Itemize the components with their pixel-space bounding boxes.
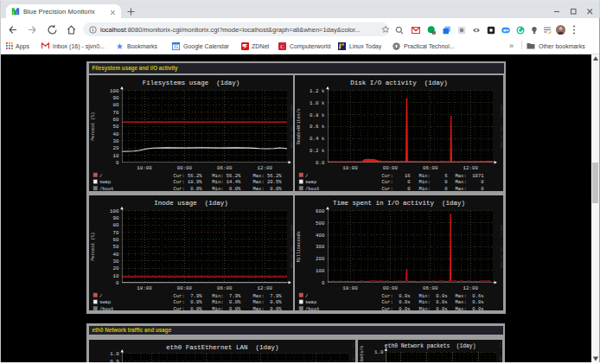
svg-text:Cur: 0.0s: Cur: 0.0s — [382, 293, 411, 299]
svg-text:Packets/s: Packets/s — [360, 346, 364, 362]
svg-text:eth0 FastEthernet LAN (1day): eth0 FastEthernet LAN (1day) — [166, 344, 278, 351]
svg-text:Cur: 7.9%: Cur: 7.9% — [174, 293, 203, 299]
svg-text:Min: 0.0s: Min: 0.0s — [419, 293, 448, 299]
svg-text:60: 60 — [113, 237, 119, 243]
svg-text:Min: 0.0%: Min: 0.0% — [212, 306, 241, 310]
svg-text:100: 100 — [110, 88, 119, 94]
svg-text:1.0: 1.0 — [374, 349, 384, 355]
svg-text:Max: 7.9%: Max: 7.9% — [253, 293, 283, 299]
svg-text:Min: 0: Min: 0 — [419, 179, 448, 185]
svg-text:20: 20 — [113, 265, 119, 271]
svg-text:Cur: 18.9%: Cur: 18.9% — [174, 179, 203, 185]
svg-text:Max: 1071: Max: 1071 — [456, 172, 485, 178]
svg-text:Percent (%): Percent (%) — [91, 112, 96, 140]
svg-text:18:00: 18:00 — [137, 165, 152, 171]
svg-text:Cur: 0.0%: Cur: 0.0% — [174, 306, 203, 310]
svg-text:Inode usage (1day): Inode usage (1day) — [154, 200, 228, 207]
svg-text:/: / — [99, 172, 102, 178]
svg-text:swap: swap — [305, 179, 316, 185]
svg-text:swap: swap — [99, 300, 111, 306]
svg-text:Min: 0.0%: Min: 0.0% — [212, 186, 241, 191]
svg-text:Min: 0.0s: Min: 0.0s — [419, 300, 448, 306]
svg-text:06:00: 06:00 — [423, 285, 438, 291]
svg-text:Min: 7.9%: Min: 7.9% — [212, 293, 241, 299]
svg-text:0.6 k: 0.6 k — [310, 124, 325, 130]
svg-text:0: 0 — [322, 280, 325, 286]
svg-text:60: 60 — [113, 117, 119, 123]
svg-text:Max: 0: Max: 0 — [456, 179, 484, 185]
svg-text:RRDTOOL / TOBI OETIKER: RRDTOOL / TOBI OETIKER — [352, 340, 355, 362]
svg-text:31: 31 — [174, 45, 179, 49]
svg-text:0.2 k: 0.2 k — [310, 148, 325, 154]
svg-text:Cur: 0.0%: Cur: 0.0% — [174, 186, 203, 191]
svg-text:Min: 0.0s: Min: 0.0s — [419, 306, 448, 310]
svg-text:/boot: /boot — [305, 306, 320, 310]
svg-text:Max: 0.6s: Max: 0.6s — [456, 293, 484, 299]
svg-text:Filesystems usage (1day): Filesystems usage (1day) — [143, 80, 240, 86]
svg-text:Min: 6: Min: 6 — [419, 172, 448, 178]
svg-text:200: 200 — [316, 256, 325, 262]
svg-text:00:00: 00:00 — [177, 165, 193, 171]
svg-text:0.0: 0.0 — [316, 160, 325, 166]
svg-text:80: 80 — [113, 102, 119, 108]
svg-text:06:00: 06:00 — [217, 165, 233, 171]
svg-text:eth0 Network packets (1day): eth0 Network packets (1day) — [384, 343, 476, 349]
svg-text:50: 50 — [113, 124, 119, 130]
svg-text:RRDTOOL / TOBI OETIKER: RRDTOOL / TOBI OETIKER — [500, 105, 503, 149]
svg-text:400: 400 — [316, 233, 325, 239]
svg-text:00:00: 00:00 — [383, 285, 399, 291]
svg-text:30: 30 — [113, 138, 119, 144]
svg-text:30: 30 — [113, 259, 119, 265]
svg-text:Cur: 16: Cur: 16 — [382, 172, 411, 178]
svg-text:Min: 0: Min: 0 — [419, 186, 448, 191]
svg-text:90: 90 — [113, 95, 119, 101]
svg-text:0: 0 — [116, 160, 119, 166]
svg-text:1.0 k: 1.0 k — [310, 99, 325, 105]
svg-text:Cur: 0.0s: Cur: 0.0s — [382, 306, 411, 310]
svg-text:Max: 0.0%: Max: 0.0% — [253, 306, 283, 310]
svg-text:Cur: 0: Cur: 0 — [382, 186, 411, 191]
svg-text:Max: 56.2%: Max: 56.2% — [253, 172, 283, 178]
svg-text:00:00: 00:00 — [177, 285, 193, 291]
svg-text:RRDTOOL / TOBI OETIKER: RRDTOOL / TOBI OETIKER — [498, 340, 501, 362]
svg-text:Cur: 0.0s: Cur: 0.0s — [382, 300, 411, 306]
svg-text:00:00: 00:00 — [383, 165, 399, 171]
svg-text:Milliseconds: Milliseconds — [297, 231, 302, 262]
svg-text:Max: 0.0s: Max: 0.0s — [456, 306, 484, 310]
svg-text:2: 2 — [433, 31, 435, 35]
svg-text:Reads+Writes/s: Reads+Writes/s — [297, 108, 302, 144]
svg-text:Max: 0: Max: 0 — [456, 186, 484, 191]
svg-text:06:00: 06:00 — [423, 165, 438, 171]
svg-text:0.4 k: 0.4 k — [310, 136, 325, 142]
svg-text:/boot: /boot — [305, 186, 320, 191]
svg-text:12:00: 12:00 — [257, 165, 272, 171]
svg-text:RRDTOOL / TOBI OETIKER: RRDTOOL / TOBI OETIKER — [290, 225, 293, 269]
svg-text:300: 300 — [316, 245, 325, 251]
svg-text:06:00: 06:00 — [217, 285, 233, 291]
svg-text:20: 20 — [113, 145, 119, 151]
svg-text:Min: 14.4%: Min: 14.4% — [212, 179, 241, 185]
svg-text:18:00: 18:00 — [137, 285, 152, 291]
svg-text:600: 600 — [316, 208, 325, 214]
svg-text:/boot: /boot — [99, 306, 114, 310]
svg-text:/: / — [305, 293, 308, 299]
svg-text:Cur: 56.2%: Cur: 56.2% — [174, 172, 203, 178]
svg-text:18:00: 18:00 — [342, 165, 358, 171]
svg-text:Disk I/O activity (1day): Disk I/O activity (1day) — [350, 80, 448, 86]
svg-text:Cur: 0: Cur: 0 — [382, 179, 411, 185]
svg-text:50: 50 — [113, 245, 119, 251]
svg-text:500: 500 — [316, 220, 325, 227]
svg-text:Min: 56.2%: Min: 56.2% — [212, 172, 241, 178]
svg-text:Max: 0.0%: Max: 0.0% — [253, 300, 283, 306]
svg-text:0.8 k: 0.8 k — [310, 112, 325, 118]
svg-text:12:00: 12:00 — [257, 285, 272, 291]
svg-text:/: / — [305, 172, 308, 178]
svg-text:18:00: 18:00 — [342, 285, 358, 291]
svg-text:90: 90 — [113, 215, 119, 221]
svg-text:70: 70 — [113, 109, 119, 115]
svg-text:Percent (%): Percent (%) — [91, 233, 96, 261]
svg-text:swap: swap — [305, 300, 316, 306]
svg-text:40: 40 — [113, 252, 119, 258]
svg-text:10: 10 — [113, 273, 119, 279]
svg-text:/boot: /boot — [99, 186, 114, 191]
